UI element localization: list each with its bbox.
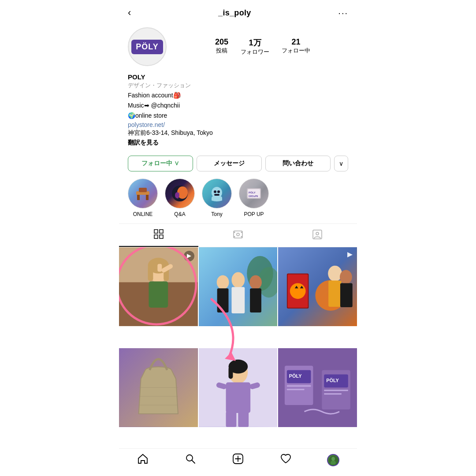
grid-tab-icon (154, 229, 164, 241)
nav-likes[interactable] (262, 453, 309, 467)
svg-rect-18 (160, 230, 163, 233)
profile-name: POLY (128, 73, 348, 81)
bio-line-2[interactable]: Music➡ @chqnchii (128, 101, 348, 110)
grid-cell-5[interactable] (199, 348, 278, 427)
more-button[interactable]: ∨ (334, 156, 348, 171)
svg-rect-3 (139, 188, 147, 192)
stat-followers[interactable]: 1万 フォロワー (241, 37, 269, 56)
back-button[interactable]: ‹ (128, 7, 131, 19)
nav-profile[interactable] (309, 453, 357, 467)
svg-rect-37 (157, 264, 162, 272)
svg-rect-83 (324, 393, 342, 394)
grid-cell-6[interactable]: PÖLY PÖLY (278, 348, 357, 427)
svg-point-11 (217, 190, 220, 193)
stat-posts[interactable]: 205 投稿 (215, 37, 228, 56)
avatar[interactable]: PÖLY (128, 27, 167, 66)
svg-point-55 (328, 266, 342, 282)
svg-point-24 (241, 232, 242, 233)
grid-cell-3[interactable] (278, 247, 357, 326)
tabs-section (119, 223, 357, 247)
svg-point-91 (331, 457, 335, 461)
nav-add[interactable] (214, 453, 262, 467)
tab-tagged[interactable] (278, 224, 357, 247)
posts-count: 205 (215, 37, 228, 47)
highlight-online[interactable]: ONLINE (128, 178, 158, 217)
svg-line-86 (192, 460, 195, 463)
followers-label: フォロワー (241, 48, 269, 56)
svg-point-25 (234, 236, 235, 238)
svg-rect-32 (149, 281, 168, 308)
svg-rect-78 (287, 389, 305, 390)
highlight-qa-icon (165, 179, 194, 208)
svg-text:PÖLY: PÖLY (327, 378, 339, 383)
inquiry-button[interactable]: 問い合わせ (265, 156, 331, 171)
svg-point-57 (340, 270, 352, 284)
following-button[interactable]: フォロー中 ∨ (128, 156, 193, 171)
highlight-circle-tony (202, 178, 232, 208)
svg-rect-68 (226, 382, 250, 413)
highlight-popup[interactable]: PÖLY GROuPN POP UP (239, 178, 269, 217)
svg-point-42 (216, 275, 229, 290)
bio-section: POLY デザイン・ファッション Fashion account🎒 Music➡… (128, 72, 348, 156)
highlight-qa[interactable]: Q&A (165, 178, 195, 217)
nav-search[interactable] (167, 453, 214, 467)
message-button[interactable]: メッセージ (197, 156, 262, 171)
profile-username: _is_poly (218, 8, 251, 18)
grid-cell-4[interactable] (119, 348, 198, 427)
svg-rect-58 (340, 283, 353, 307)
svg-rect-56 (328, 280, 342, 307)
svg-point-10 (214, 190, 216, 193)
highlight-online-icon (128, 179, 157, 208)
bio-link[interactable]: polystore.net/ (128, 121, 348, 128)
stat-following[interactable]: 21 フォロー中 (282, 37, 310, 56)
svg-point-46 (249, 275, 262, 290)
svg-point-44 (231, 272, 245, 288)
more-options-button[interactable]: ··· (338, 8, 348, 18)
app-header: ‹ _is_poly ··· (119, 0, 357, 23)
svg-text:PÖLY: PÖLY (249, 191, 256, 194)
posts-label: 投稿 (216, 47, 227, 55)
svg-text:PÖLY: PÖLY (289, 373, 302, 379)
heart-icon (280, 453, 291, 467)
grid-cell-1[interactable] (119, 247, 198, 326)
svg-rect-1 (146, 194, 149, 200)
bio-location: 神宮前6-33-14, Shibuya, Tokyo (128, 129, 348, 137)
svg-point-28 (316, 232, 319, 235)
highlight-circle-popup: PÖLY GROuPN (239, 178, 269, 208)
highlight-circle-online (128, 178, 158, 208)
bottom-nav (119, 448, 357, 476)
grid-cell-2[interactable] (199, 247, 278, 326)
avatar-logo: PÖLY (131, 40, 163, 54)
tagged-tab-icon (312, 230, 322, 241)
nav-home[interactable] (119, 453, 167, 467)
svg-rect-72 (238, 412, 249, 427)
highlight-circle-qa (165, 178, 195, 208)
svg-rect-17 (154, 230, 158, 233)
svg-rect-43 (217, 288, 228, 312)
highlight-online-label: ONLINE (133, 211, 153, 217)
profile-section: PÖLY 205 投稿 1万 フォロワー 21 フォロー中 POLY (119, 23, 357, 223)
profile-category: デザイン・ファッション (128, 82, 348, 89)
photo-grid: PÖLY PÖLY (119, 247, 357, 448)
svg-point-22 (237, 233, 239, 236)
highlight-qa-label: Q&A (174, 211, 185, 217)
highlight-tony-icon (202, 179, 231, 208)
profile-top-row: PÖLY 205 投稿 1万 フォロワー 21 フォロー中 (128, 27, 348, 66)
svg-rect-45 (231, 287, 245, 313)
tab-grid[interactable] (119, 224, 198, 247)
highlight-popup-label: POP UP (244, 211, 264, 217)
svg-rect-71 (226, 412, 236, 427)
profile-avatar-nav (327, 454, 339, 466)
svg-rect-20 (160, 235, 163, 238)
highlight-tony[interactable]: Tony (202, 178, 232, 217)
tab-reels[interactable] (198, 224, 278, 247)
svg-text:GROuPN: GROuPN (249, 195, 258, 197)
highlights-section: ONLINE Q&A (128, 178, 348, 223)
action-buttons: フォロー中 ∨ メッセージ 問い合わせ ∨ (128, 156, 348, 171)
following-label: フォロー中 (282, 47, 310, 55)
highlight-tony-label: Tony (211, 211, 222, 217)
bio-translate[interactable]: 翻訳を見る (128, 139, 348, 147)
bio-line-1: Fashion account🎒 (128, 91, 348, 100)
video-indicator (346, 251, 353, 260)
reel-indicator (184, 251, 194, 261)
